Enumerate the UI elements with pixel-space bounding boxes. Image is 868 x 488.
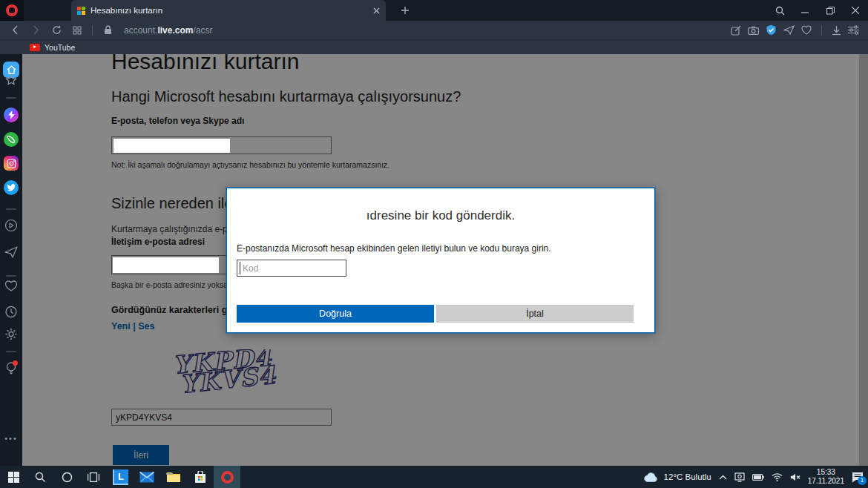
bookmark-youtube[interactable]: YouTube [30,43,75,52]
sidebar-messenger-icon[interactable] [4,108,19,122]
sliders-icon[interactable] [848,25,859,35]
sidebar-my-flow-icon[interactable] [4,246,18,258]
browser-tab[interactable]: Hesabınızı kurtarın [71,0,386,21]
back-icon[interactable] [6,22,24,39]
download-icon[interactable] [832,25,841,36]
page-content: Hesabınızı kurtarın Hangi Microsoft hesa… [22,54,868,466]
sidebar-easy-setup-bulb-icon[interactable] [6,362,16,375]
task-view-icon[interactable] [80,466,107,488]
cloud-icon [644,472,659,482]
shield-badge-icon[interactable] [766,24,777,36]
sidebar-settings-gear-icon[interactable] [5,328,18,340]
tray-volume-muted-icon[interactable] [790,473,800,481]
opera-menu-button[interactable] [0,0,24,21]
notification-badge: 1 [858,476,867,485]
tab-close-icon[interactable] [373,7,380,14]
store-icon[interactable] [187,466,214,488]
weather-temp: 12°C [664,472,683,481]
cortana-icon[interactable] [53,466,80,488]
share-plane-icon[interactable] [783,25,795,35]
microsoft-favicon [77,7,85,15]
weather-condition: Bulutlu [685,472,711,481]
notification-dot [13,360,18,366]
sidebar-whatsapp-icon[interactable] [4,132,19,147]
redaction-patch [113,257,219,273]
tray-expand-icon[interactable] [719,475,727,480]
forward-icon[interactable] [27,22,45,39]
verify-button[interactable]: Doğrula [237,305,434,323]
sidebar-star-icon[interactable] [5,74,18,87]
taskbar-search-icon[interactable] [27,466,53,488]
refresh-icon[interactable] [47,22,65,39]
start-button[interactable] [0,466,27,488]
speed-dial-grid-icon[interactable] [68,22,86,39]
modal-title: ıdresine bir kod gönderdik. [227,208,654,223]
opera-taskbar-icon[interactable] [214,466,240,488]
opera-logo-icon [6,4,18,16]
chrome-search-icon[interactable] [767,0,792,21]
modal-instruction: E-postanızda Microsoft hesap ekibinden g… [237,243,551,254]
opera-sidebar: ••• [0,54,22,466]
redaction-patch [114,139,230,153]
window-close-button[interactable] [843,0,868,21]
sidebar-history-icon[interactable] [5,306,18,318]
browser-tab-bar: Hesabınızı kurtarın [0,0,868,21]
new-tab-button[interactable] [401,6,410,15]
clock-time: 15:33 [808,468,844,478]
sidebar-twitter-icon[interactable] [4,180,19,195]
verification-modal: ıdresine bir kod gönderdik. E-postanızda… [226,188,655,333]
sidebar-player-icon[interactable] [4,219,18,232]
file-explorer-icon[interactable] [160,466,187,488]
tray-wifi-icon[interactable] [772,473,783,481]
l-app-icon[interactable]: L [107,466,134,488]
youtube-icon [30,44,40,51]
window-restore-button[interactable] [818,0,843,21]
sidebar-instagram-icon[interactable] [4,156,19,171]
heart-toolbar-icon[interactable] [801,25,812,35]
weather-widget[interactable]: 12°C Bulutlu [644,472,711,482]
tray-display-icon[interactable] [734,472,745,482]
clock-date: 17.11.2021 [808,477,844,487]
window-minimize-button[interactable] [792,0,818,21]
camera-icon[interactable] [748,26,759,35]
bookmarks-bar: YouTube [0,39,868,54]
text-caret [240,262,240,274]
sidebar-bookmarks-heart-icon[interactable] [5,280,18,291]
lock-icon[interactable] [99,22,116,39]
windows-taskbar: L 12°C Bulutlu 15:33 17.11.2021 1 [0,466,868,488]
tab-title: Hesabınızı kurtarın [91,6,368,15]
tray-battery-icon[interactable] [752,474,764,481]
cancel-button[interactable]: İptal [436,305,634,323]
code-input[interactable] [237,260,346,277]
action-center-icon[interactable]: 1 [852,472,864,483]
snapshot-edit-icon[interactable] [731,25,741,36]
mail-app-icon[interactable] [134,466,160,488]
sidebar-more-icon[interactable]: ••• [4,434,18,443]
taskbar-clock[interactable]: 15:33 17.11.2021 [808,468,844,487]
url-text[interactable]: account.live.com/acsr [124,25,212,36]
